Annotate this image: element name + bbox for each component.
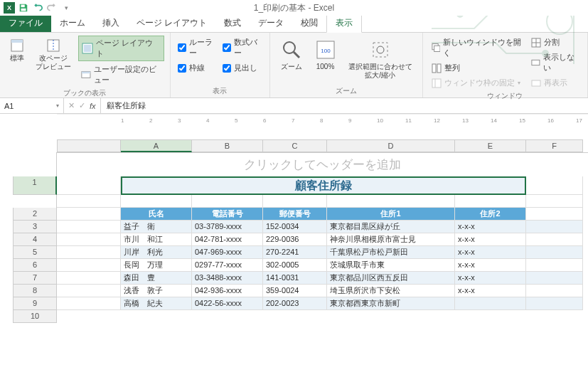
cell[interactable]: x-x-x [455,221,526,233]
cell[interactable]: 0297-77-xxxx [192,259,263,272]
cell[interactable]: 229-0036 [263,233,327,246]
cell[interactable]: x-x-x [455,259,526,272]
cell[interactable] [263,195,327,208]
column-header[interactable]: B [192,139,263,152]
cell[interactable]: 202-0023 [263,297,327,310]
formulabar-checkbox[interactable]: 数式バー [221,36,263,60]
cell[interactable]: 市川 和江 [121,233,192,246]
cell[interactable] [57,176,121,195]
cell[interactable]: 152-0034 [263,221,327,233]
cell[interactable] [57,221,121,233]
cancel-icon[interactable]: ✕ [68,101,75,110]
cell[interactable] [57,195,121,208]
cell[interactable]: 氏名 [121,208,192,221]
arrange-button[interactable]: 整列 [429,61,525,75]
tab-view[interactable]: 表示 [326,14,362,33]
cell[interactable] [526,272,583,285]
pagebreak-preview-button[interactable]: 改ページ プレビュー [31,36,75,74]
formula-input[interactable]: 顧客住所録 [101,100,151,111]
row-header[interactable]: 10 [13,310,57,323]
cell[interactable]: 03-3488-xxxx [192,272,263,285]
cell[interactable]: 郵便番号 [263,208,327,221]
cell[interactable] [526,176,583,195]
qat-customize-icon[interactable]: ▾ [60,1,73,14]
tab-formulas[interactable]: 数式 [215,14,250,32]
fx-icon[interactable]: fx [90,102,96,110]
tab-pagelayout[interactable]: ページ レイアウト [128,14,215,32]
cell[interactable]: 神奈川県相模原市富士見 [327,233,455,246]
cell[interactable] [192,195,263,208]
cell[interactable]: 長岡 万理 [121,259,192,272]
page-layout-button[interactable]: ページ レイアウト [78,36,164,61]
cell[interactable] [455,297,526,310]
name-box[interactable]: A1 [0,98,64,113]
cell[interactable]: 川岸 利光 [121,246,192,259]
cell[interactable] [327,195,455,208]
cell[interactable]: x-x-x [455,285,526,297]
row-header[interactable]: 6 [13,259,57,272]
cell[interactable] [57,208,121,221]
freeze-panes-button[interactable]: ウィンドウ枠の固定 ▾ [429,76,525,90]
cell[interactable]: 302-0005 [263,259,327,272]
cell[interactable]: 益子 衛 [121,221,192,233]
cell[interactable] [526,285,583,297]
cell[interactable]: 0422-56-xxxx [192,297,263,310]
row-header[interactable]: 4 [13,233,57,246]
cell[interactable]: 042-781-xxxx [192,233,263,246]
save-icon[interactable] [17,1,30,14]
new-window-button[interactable]: 新しいウィンドウを開く [429,36,525,60]
cell[interactable]: 東京都目黒区緑が丘 [327,221,455,233]
gridlines-checkbox[interactable]: 枠線 [176,61,218,75]
cell[interactable]: 千葉県松戸市松戸新田 [327,246,455,259]
cell[interactable]: x-x-x [455,233,526,246]
cell[interactable]: 住所1 [327,208,455,221]
header-prompt[interactable]: クリックしてヘッダーを追加 [57,152,588,176]
cell[interactable]: 電話番号 [192,208,263,221]
cell[interactable] [526,233,583,246]
row-header[interactable]: 5 [13,246,57,259]
tab-review[interactable]: 校閲 [292,14,326,32]
cell[interactable] [57,246,121,259]
cell[interactable] [455,195,526,208]
cell[interactable] [57,297,121,310]
cell[interactable]: 浅香 敦子 [121,285,192,297]
cell[interactable] [57,285,121,297]
cell[interactable] [57,233,121,246]
column-header[interactable]: C [263,139,327,152]
split-button[interactable]: 分割 [528,36,582,49]
cell[interactable]: x-x-x [455,272,526,285]
cell[interactable]: 高橋 紀夫 [121,297,192,310]
cell[interactable]: 270-2241 [263,246,327,259]
cell[interactable] [57,259,121,272]
cell[interactable]: 東京都西東京市新町 [327,297,455,310]
headings-checkbox[interactable]: 見出し [221,61,263,75]
zoom-to-selection-button[interactable]: 選択範囲に合わせて 拡大/縮小 [344,36,417,83]
column-header[interactable]: D [327,139,455,152]
row-header[interactable]: 7 [13,272,57,285]
tab-home[interactable]: ホーム [51,14,94,32]
cell[interactable]: x-x-x [455,246,526,259]
undo-icon[interactable] [31,1,44,14]
cell[interactable] [121,195,192,208]
column-header[interactable]: A [121,139,192,152]
tab-data[interactable]: データ [250,14,292,32]
cell[interactable]: 埼玉県所沢市下安松 [327,285,455,297]
column-header[interactable]: E [455,139,526,152]
enter-icon[interactable]: ✓ [79,101,85,110]
cell[interactable]: 141-0031 [263,272,327,285]
normal-view-button[interactable]: 標準 [6,36,28,65]
cell[interactable]: 森田 豊 [121,272,192,285]
cell[interactable] [526,297,583,310]
cell[interactable]: 047-969-xxxx [192,246,263,259]
cell[interactable]: 茨城県取手市東 [327,259,455,272]
redo-icon[interactable] [46,1,58,14]
zoom-100-button[interactable]: 100 100% [310,36,341,74]
cell[interactable] [57,272,121,285]
cell[interactable]: 359-0024 [263,285,327,297]
row-header[interactable]: 2 [13,208,57,221]
row-header[interactable]: 8 [13,285,57,297]
cell[interactable] [526,195,583,208]
zoom-button[interactable]: ズーム [276,36,307,74]
unhide-button[interactable]: 再表示 [528,76,582,90]
cell[interactable] [526,246,583,259]
